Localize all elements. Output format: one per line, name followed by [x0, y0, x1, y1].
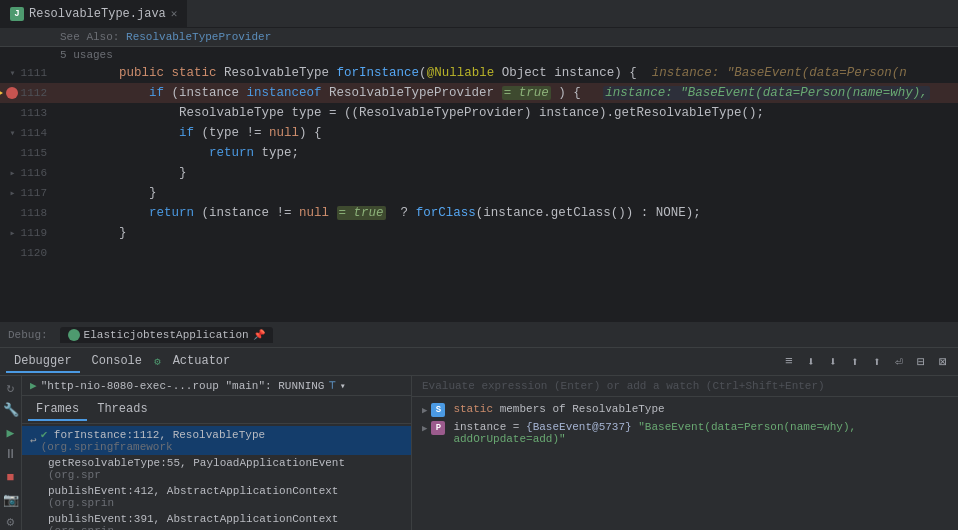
- sidebar-pause-icon[interactable]: ⏸: [2, 447, 20, 463]
- sidebar-wrench-icon[interactable]: 🔧: [2, 402, 20, 418]
- frame-text-0: ✔ forInstance:1112, ResolvableType (org.…: [41, 428, 403, 453]
- watch-expression-input[interactable]: Evaluate expression (Enter) or add a wat…: [412, 376, 958, 397]
- debug-app-name: ElasticjobtestApplication: [84, 329, 249, 341]
- debug-header: Debug: ElasticjobtestApplication 📌: [0, 322, 958, 348]
- tab-debugger[interactable]: Debugger: [6, 351, 80, 373]
- see-also-bar: See Also: ResolvableTypeProvider: [0, 28, 958, 47]
- toolbar-step-out-btn[interactable]: ⬆: [846, 353, 864, 371]
- toolbar-menu-btn[interactable]: ≡: [780, 353, 798, 371]
- run-icon: ▶: [30, 379, 37, 392]
- toolbar-step-into-btn[interactable]: ⬇: [824, 353, 842, 371]
- frame-item-1[interactable]: getResolvableType:55, PayloadApplication…: [22, 455, 411, 483]
- toolbar-grid-btn[interactable]: ⊟: [912, 353, 930, 371]
- sidebar-stop-icon[interactable]: ■: [2, 469, 20, 485]
- debug-label: Debug:: [8, 329, 48, 341]
- frame-item-0[interactable]: ↩ ✔ forInstance:1112, ResolvableType (or…: [22, 426, 411, 455]
- app-icon: [68, 329, 80, 341]
- debug-body: ↻ 🔧 ▶ ⏸ ■ 📷 ⚙ ▶ "http-nio-8080-exec-...r…: [0, 376, 958, 530]
- debug-toolbar: Debugger Console ⚙ Actuator ≡ ⬇ ⬇ ⬆ ⬆ ⏎ …: [0, 348, 958, 376]
- see-also-label: See Also:: [60, 31, 119, 43]
- see-also-link[interactable]: ResolvableTypeProvider: [126, 31, 271, 43]
- thread-dropdown-icon[interactable]: ▾: [340, 380, 346, 392]
- watch-triangle-icon-2: ▶: [422, 423, 427, 434]
- code-line-1119: ▸ 1119 }: [0, 223, 958, 243]
- gutter-1112: 1112: [0, 87, 55, 99]
- tab-actuator[interactable]: Actuator: [165, 351, 239, 373]
- watch-type-p-icon: P: [431, 421, 445, 435]
- toolbar-return-btn[interactable]: ⏎: [890, 353, 908, 371]
- actuator-icon: ⚙: [154, 355, 161, 368]
- thread-selector-row: ▶ "http-nio-8080-exec-...roup "main": RU…: [22, 376, 411, 396]
- breakpoint-icon[interactable]: [6, 87, 18, 99]
- usages-count: 5 usages: [60, 49, 113, 61]
- tab-close-button[interactable]: ✕: [171, 7, 178, 20]
- debug-panel: Debug: ElasticjobtestApplication 📌 Debug…: [0, 320, 958, 530]
- debug-app-tab[interactable]: ElasticjobtestApplication 📌: [60, 327, 273, 343]
- gutter-1116: ▸ 1116: [0, 167, 55, 179]
- watch-area: ▶ S static members of ResolvableType ▶ P…: [412, 397, 958, 530]
- tab-filename: ResolvableType.java: [29, 7, 166, 21]
- gutter-1113: 1113: [0, 107, 55, 119]
- tab-bar: J ResolvableType.java ✕: [0, 0, 958, 28]
- gutter-1114: ▾ 1114: [0, 127, 55, 139]
- gutter-1117: ▸ 1117: [0, 187, 55, 199]
- tab-console[interactable]: Console: [84, 351, 150, 373]
- gutter-1115: 1115: [0, 147, 55, 159]
- watch-triangle-icon: ▶: [422, 405, 427, 416]
- java-file-icon: J: [10, 7, 24, 21]
- thread-filter-icon[interactable]: ⊤: [328, 378, 335, 393]
- sidebar-camera-icon[interactable]: 📷: [2, 491, 20, 507]
- code-line-1118: 1118 return (instance != null = true ? f…: [0, 203, 958, 223]
- sidebar-settings-icon[interactable]: ⚙: [2, 514, 20, 530]
- file-tab[interactable]: J ResolvableType.java ✕: [0, 0, 188, 27]
- code-line-1120: 1120: [0, 243, 958, 263]
- sidebar-play-icon[interactable]: ▶: [2, 425, 20, 441]
- toolbar-step-over-btn[interactable]: ⬇: [802, 353, 820, 371]
- watch-static-label: static members of ResolvableType: [453, 403, 664, 415]
- frames-threads-tabs: Frames Threads: [22, 396, 411, 424]
- frame-text-3: publishEvent:391, AbstractApplicationCon…: [30, 513, 403, 530]
- fold-icon-1114[interactable]: ▾: [8, 128, 18, 138]
- gutter-1118: 1118: [0, 207, 55, 219]
- frame-text-1: getResolvableType:55, PayloadApplication…: [30, 457, 403, 481]
- sidebar-refresh-icon[interactable]: ↻: [2, 380, 20, 396]
- frame-item-2[interactable]: publishEvent:412, AbstractApplicationCon…: [22, 483, 411, 511]
- usages-bar: 5 usages: [0, 47, 958, 63]
- frame-item-3[interactable]: publishEvent:391, AbstractApplicationCon…: [22, 511, 411, 530]
- gutter-1119: ▸ 1119: [0, 227, 55, 239]
- watch-instance-label: instance = {BaseEvent@5737} "BaseEvent(d…: [453, 421, 948, 445]
- tab-frames[interactable]: Frames: [28, 399, 87, 421]
- watch-placeholder: Evaluate expression (Enter) or add a wat…: [422, 380, 825, 392]
- execution-arrow-icon: [0, 87, 3, 99]
- frames-list: ↩ ✔ forInstance:1112, ResolvableType (or…: [22, 424, 411, 530]
- toolbar-run-btn[interactable]: ⬆: [868, 353, 886, 371]
- gutter-1120: 1120: [0, 247, 55, 259]
- fold-icon-1117[interactable]: ▸: [8, 188, 18, 198]
- frame-arrow-icon-0: ↩: [30, 434, 37, 447]
- tab-threads[interactable]: Threads: [89, 399, 155, 421]
- debug-app-pin: 📌: [253, 329, 265, 341]
- code-lines: ▾ 1111 public static ResolvableType forI…: [0, 63, 958, 320]
- frame-text-2: publishEvent:412, AbstractApplicationCon…: [30, 485, 403, 509]
- fold-icon-1119[interactable]: ▸: [8, 228, 18, 238]
- left-sidebar: ↻ 🔧 ▶ ⏸ ■ 📷 ⚙: [0, 376, 22, 530]
- thread-text: "http-nio-8080-exec-...roup "main": RUNN…: [41, 380, 325, 392]
- watch-item-instance[interactable]: ▶ P instance = {BaseEvent@5737} "BaseEve…: [412, 419, 958, 447]
- debug-left-panel: ▶ "http-nio-8080-exec-...roup "main": RU…: [22, 376, 412, 530]
- code-editor: See Also: ResolvableTypeProvider 5 usage…: [0, 28, 958, 320]
- fold-icon-1116[interactable]: ▸: [8, 168, 18, 178]
- watch-item-static[interactable]: ▶ S static members of ResolvableType: [412, 401, 958, 419]
- debug-right-panel: Evaluate expression (Enter) or add a wat…: [412, 376, 958, 530]
- fold-icon-1111[interactable]: ▾: [8, 68, 18, 78]
- watch-type-s-icon: S: [431, 403, 445, 417]
- toolbar-restore-btn[interactable]: ⊠: [934, 353, 952, 371]
- gutter-1111: ▾ 1111: [0, 67, 55, 79]
